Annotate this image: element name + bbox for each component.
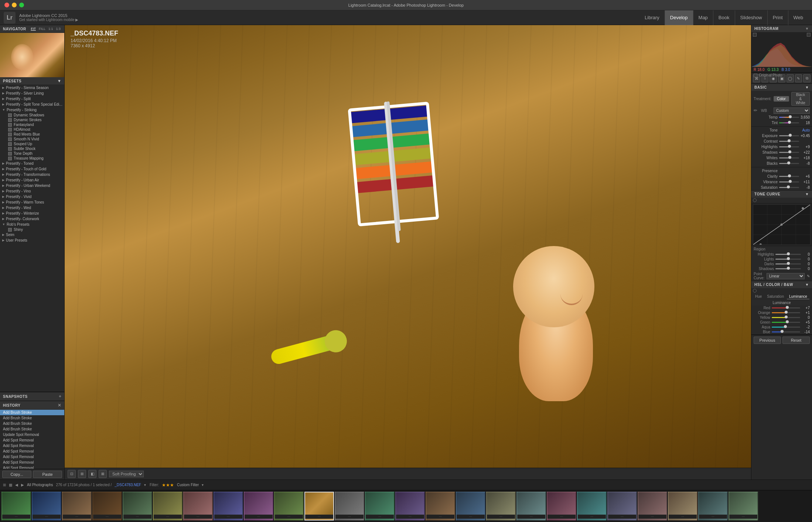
get-started-link[interactable]: Get started with Lightroom mobile ▶: [19, 18, 639, 22]
survey-btn[interactable]: ⊠: [99, 470, 107, 478]
green-lum-slider[interactable]: [772, 322, 800, 323]
tab-book[interactable]: Book: [713, 10, 735, 25]
preset-souped-up[interactable]: Souped Up: [0, 141, 64, 146]
presets-header[interactable]: Presets ▼: [0, 77, 64, 85]
original-photo-checkbox[interactable]: [754, 74, 757, 77]
filmstrip-thumb[interactable]: ····: [274, 492, 304, 521]
history-item[interactable]: Add Brush Stroke: [0, 410, 64, 415]
tab-map[interactable]: Map: [693, 10, 713, 25]
filmstrip-thumb[interactable]: ····: [395, 492, 425, 521]
clarity-slider[interactable]: [779, 176, 799, 177]
filmstrip-thumb[interactable]: ····: [729, 492, 758, 521]
preset-dynamic-shadows[interactable]: Dynamic Shadows: [0, 113, 64, 117]
history-item[interactable]: Add Spot Removal: [0, 454, 64, 460]
preset-fantasyland[interactable]: Fantasyland: [0, 122, 64, 127]
preset-hdalmost[interactable]: HDAlmost: [0, 127, 64, 132]
hsl-header[interactable]: HSL / Color / B&W ▼: [751, 281, 812, 288]
filmstrip-thumb[interactable]: ····: [183, 492, 213, 521]
preset-group-user[interactable]: ▶ User Presets: [0, 238, 64, 243]
shadows-region-slider[interactable]: [775, 268, 801, 269]
preset-tone-depth[interactable]: Tone Depth: [0, 151, 64, 156]
blue-lum-slider[interactable]: [772, 331, 800, 332]
hsl-mode-btn[interactable]: [753, 289, 757, 293]
exposure-slider[interactable]: [779, 135, 799, 136]
shadows-slider[interactable]: [779, 152, 799, 153]
zoom-fill[interactable]: FILL: [38, 27, 46, 31]
history-item[interactable]: Add Brush Stroke: [0, 426, 64, 432]
history-item[interactable]: Update Spot Removal: [0, 432, 64, 437]
filmstrip-thumb[interactable]: ····: [365, 492, 395, 521]
filmstrip-thumb[interactable]: ····: [123, 492, 152, 521]
temp-slider[interactable]: [779, 117, 799, 118]
histogram-header[interactable]: Histogram ▼: [751, 25, 812, 32]
aqua-lum-slider[interactable]: [772, 327, 800, 328]
snapshots-header[interactable]: Snapshots +: [0, 392, 64, 401]
wb-select[interactable]: Custom As Shot Auto Daylight: [774, 108, 810, 114]
contrast-slider[interactable]: [779, 141, 799, 142]
preset-group-vino[interactable]: ▶ Presetify - Vino: [0, 188, 64, 194]
tab-print[interactable]: Print: [767, 10, 788, 25]
history-item[interactable]: Add Spot Removal: [0, 448, 64, 454]
filmstrip-thumb[interactable]: ····: [516, 492, 546, 521]
all-photographs-label[interactable]: All Photographs: [27, 483, 53, 487]
preset-group-transformations[interactable]: ▶ Presetify - Transformations: [0, 172, 64, 177]
navigator-thumbnail[interactable]: [0, 33, 64, 77]
filmstrip-thumb[interactable]: ····: [698, 492, 728, 521]
filmstrip-thumb[interactable]: ····: [426, 492, 455, 521]
preset-treasure-mapping[interactable]: Treasure Mapping: [0, 156, 64, 161]
tone-curve-mode-btn[interactable]: [753, 198, 757, 202]
snapshots-add-icon[interactable]: +: [59, 394, 61, 399]
history-item[interactable]: Add Spot Removal: [0, 460, 64, 465]
orange-lum-slider[interactable]: [772, 312, 800, 313]
tone-curve-header[interactable]: Tone Curve ▼: [751, 191, 812, 198]
tab-slideshow[interactable]: Slideshow: [735, 10, 767, 25]
filmstrip-thumb-active[interactable]: ····: [304, 492, 334, 521]
soft-proofing-select[interactable]: Soft Proofing: [109, 471, 144, 477]
preset-group-warm-tones[interactable]: ▶ Presetify - Warm Tones: [0, 199, 64, 205]
filmstrip-thumb[interactable]: ····: [486, 492, 516, 521]
compare-btn[interactable]: ⊞: [78, 470, 86, 478]
point-curve-select[interactable]: Linear Medium Contrast Strong Contrast: [767, 273, 805, 279]
vibrance-slider[interactable]: [779, 181, 799, 182]
zoom-1-1[interactable]: 1:1: [48, 27, 54, 31]
filmstrip-thumb[interactable]: ····: [244, 492, 273, 521]
filmstrip-icon[interactable]: ▦: [9, 483, 12, 487]
red-lum-slider[interactable]: [772, 307, 800, 308]
preset-group-vivid[interactable]: ▶ Presetify - Vivid: [0, 194, 64, 199]
filmstrip-thumb[interactable]: ····: [668, 492, 697, 521]
filmstrip-thumb[interactable]: ····: [547, 492, 576, 521]
filmstrip-thumb[interactable]: ····: [214, 492, 243, 521]
navigator-header[interactable]: Navigator FIT FILL 1:1 1:3: [0, 25, 64, 33]
shadow-clip-indicator[interactable]: [753, 33, 757, 37]
prev-nav-icon[interactable]: ◀: [15, 483, 18, 487]
hsl-tab-luminance[interactable]: Luminance: [787, 294, 809, 299]
yellow-lum-slider[interactable]: [772, 317, 800, 318]
previous-button[interactable]: Previous: [754, 337, 781, 344]
point-curve-edit-icon[interactable]: ✎: [807, 274, 810, 278]
tint-slider[interactable]: [779, 122, 799, 123]
color-treatment-btn[interactable]: Color: [774, 96, 789, 102]
tab-web[interactable]: Web: [788, 10, 809, 25]
preset-group-urban-weekend[interactable]: ▶ Presetify - Urban Weekend: [0, 183, 64, 188]
filmstrip-thumb[interactable]: ····: [335, 492, 364, 521]
minimize-button[interactable]: [12, 3, 17, 7]
filmstrip-thumb[interactable]: ····: [62, 492, 92, 521]
maximize-button[interactable]: [19, 3, 24, 7]
eyedropper-icon[interactable]: ✏: [754, 108, 760, 114]
tab-library[interactable]: Library: [639, 10, 665, 25]
custom-filter-label[interactable]: Custom Filter: [177, 483, 199, 487]
highlights-region-slider[interactable]: [775, 254, 801, 255]
main-image-area[interactable]: _DSC4783.NEF 14/02/2016 4:40:12 PM 7360 …: [65, 25, 751, 468]
history-item[interactable]: Add Brush Stroke: [0, 415, 64, 421]
filmstrip-thumb[interactable]: ····: [456, 492, 485, 521]
preset-group-urban-air[interactable]: ▶ Presetify - Urban Air: [0, 177, 64, 183]
zoom-fit[interactable]: FIT: [30, 27, 37, 31]
preset-group-winterize[interactable]: ▶ Presetify - Winterize: [0, 211, 64, 216]
preset-group-toned[interactable]: ▶ Presetify - Toned: [0, 161, 64, 166]
history-item[interactable]: Add Spot Removal: [0, 437, 64, 443]
history-item[interactable]: Add Spot Removal: [0, 465, 64, 469]
hsl-tab-hue[interactable]: Hue: [753, 294, 764, 299]
filmstrip-thumb[interactable]: ····: [1, 492, 31, 521]
filmstrip-thumb[interactable]: ····: [92, 492, 122, 521]
bw-treatment-btn[interactable]: Black & White: [791, 92, 810, 106]
